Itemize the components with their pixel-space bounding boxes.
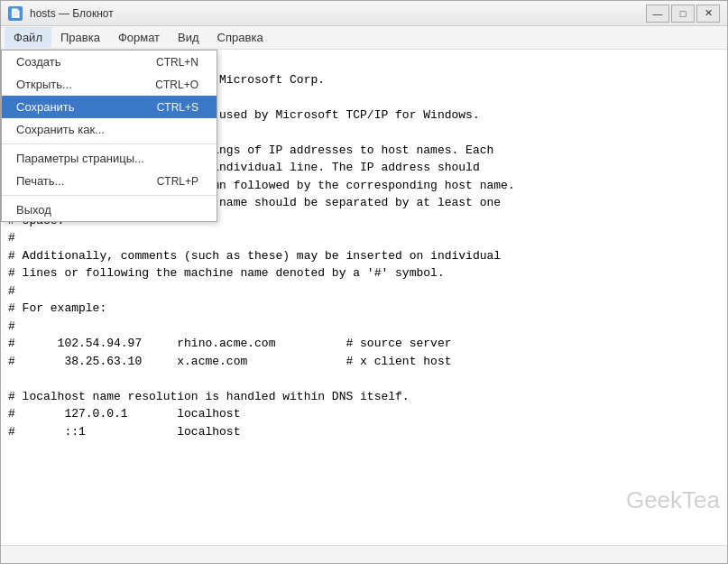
menu-save-label: Сохранить <box>16 100 75 114</box>
menu-help[interactable]: Справка <box>208 27 272 48</box>
menu-new-shortcut: CTRL+N <box>156 56 198 69</box>
menu-open-label: Открыть... <box>16 78 72 91</box>
menu-edit[interactable]: Правка <box>51 27 109 48</box>
menu-open[interactable]: Открыть... CTRL+O <box>2 73 217 96</box>
menu-open-shortcut: CTRL+O <box>155 79 198 91</box>
menu-save-as-label: Сохранить как... <box>16 123 105 136</box>
notepad-window: 📄 hosts — Блокнот — □ ✕ Файл Правка Форм… <box>0 0 728 564</box>
file-dropdown: Создать CTRL+N Открыть... CTRL+O Сохрани… <box>1 50 217 222</box>
title-bar: 📄 hosts — Блокнот — □ ✕ <box>1 1 727 26</box>
window-title: hosts — Блокнот <box>30 7 639 20</box>
status-bar <box>1 545 727 563</box>
minimize-button[interactable]: — <box>646 5 669 23</box>
window-controls: — □ ✕ <box>646 5 720 23</box>
menu-save-as[interactable]: Сохранить как... <box>2 118 217 141</box>
menu-new-label: Создать <box>16 55 60 69</box>
menu-view[interactable]: Вид <box>169 27 208 48</box>
menu-new[interactable]: Создать CTRL+N <box>2 51 217 73</box>
menu-print-shortcut: CTRL+P <box>157 175 198 188</box>
maximize-button[interactable]: □ <box>671 5 695 23</box>
close-button[interactable]: ✕ <box>696 5 720 23</box>
menu-format[interactable]: Формат <box>109 27 169 48</box>
menu-page-setup[interactable]: Параметры страницы... <box>2 147 217 170</box>
file-menu: Создать CTRL+N Открыть... CTRL+O Сохрани… <box>1 50 217 222</box>
menu-save[interactable]: Сохранить CTRL+S <box>2 96 217 118</box>
menu-exit-label: Выход <box>16 203 51 217</box>
menu-separator-1 <box>2 143 217 144</box>
watermark: GeekTea <box>626 483 720 518</box>
menu-print[interactable]: Печать... CTRL+P <box>2 170 217 192</box>
menu-file[interactable]: Файл <box>5 27 51 48</box>
menu-exit[interactable]: Выход <box>2 199 217 221</box>
app-icon: 📄 <box>8 6 23 21</box>
menu-save-shortcut: CTRL+S <box>157 101 198 114</box>
menu-separator-2 <box>2 195 217 196</box>
menu-page-setup-label: Параметры страницы... <box>16 152 144 165</box>
menu-print-label: Печать... <box>16 174 64 188</box>
menu-bar: Файл Правка Формат Вид Справка Создать C… <box>1 26 727 50</box>
